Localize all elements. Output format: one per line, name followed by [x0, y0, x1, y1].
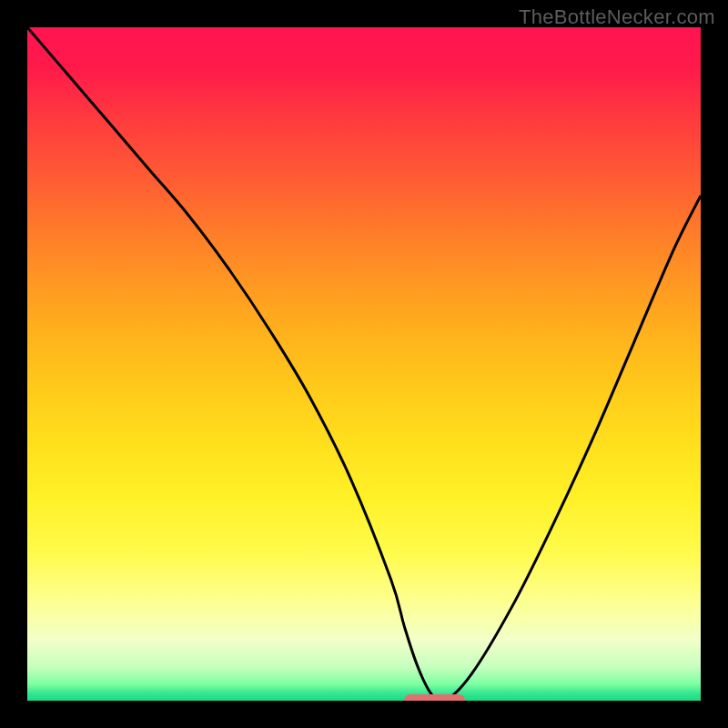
bottleneck-curve — [27, 27, 701, 701]
curve-path — [27, 27, 701, 701]
watermark-text: TheBottleNecker.com — [519, 5, 715, 29]
plot-area — [27, 27, 701, 701]
chart-frame: TheBottleNecker.com — [0, 0, 728, 728]
optimal-range-marker — [404, 694, 465, 701]
